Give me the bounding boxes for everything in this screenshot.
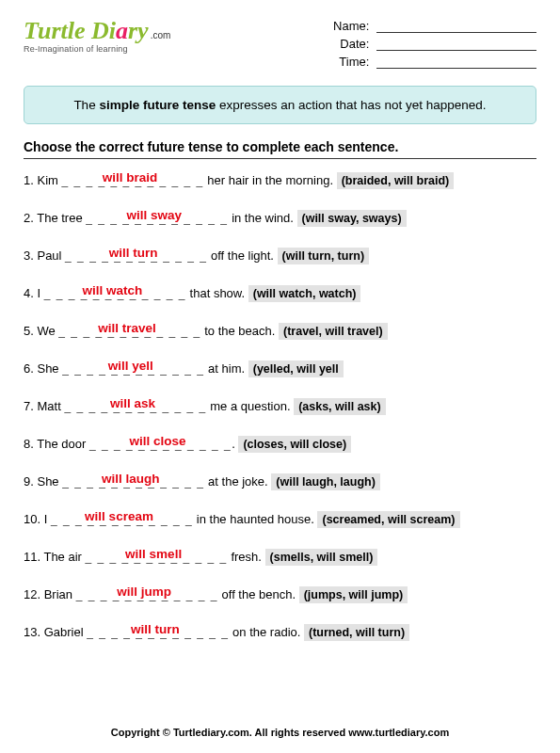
sentence-pre: Matt	[37, 399, 64, 413]
logo-main: Turtle Diary.com	[24, 19, 170, 43]
answer-text: will ask	[110, 396, 155, 410]
choices: (smells, will smell)	[265, 549, 378, 566]
time-label: Time:	[328, 55, 369, 69]
answer-text: will watch	[82, 283, 142, 297]
choices: (will turn, turn)	[278, 248, 369, 264]
answer-blank[interactable]: _ _ _ _ _ _ _ _ _ _ _ _will turn	[65, 249, 207, 263]
answer-text: will laugh	[102, 472, 160, 486]
item-number: 9.	[24, 474, 37, 489]
item-number: 10.	[24, 512, 44, 526]
logo: Turtle Diary.com Re-Imagination of learn…	[24, 19, 170, 54]
answer-text: will travel	[98, 321, 156, 335]
separator	[24, 158, 536, 159]
answer-blank[interactable]: _ _ _ _ _ _ _ _ _ _ _ _will yell	[62, 362, 204, 376]
item-number: 12.	[24, 587, 44, 601]
sentence-post: .	[232, 437, 238, 451]
date-input-line[interactable]	[376, 38, 536, 51]
header: Turtle Diary.com Re-Imagination of learn…	[24, 19, 536, 72]
question-item: 10. I _ _ _ _ _ _ _ _ _ _ _ _will scream…	[24, 511, 536, 528]
sentence-pre: I	[37, 286, 43, 300]
choices: (turned, will turn)	[304, 624, 409, 641]
answer-text: will braid	[103, 170, 158, 184]
sentence-post: on the radio.	[229, 625, 304, 639]
answer-blank[interactable]: _ _ _ _ _ _ _ _ _ _ _ _will travel	[58, 325, 200, 338]
logo-dotcom: .com	[151, 30, 171, 40]
time-field: Time:	[328, 55, 536, 69]
name-label: Name:	[328, 19, 369, 33]
choices: (jumps, will jump)	[299, 586, 408, 603]
sentence-post: in the haunted house.	[193, 512, 317, 526]
question-item: 7. Matt _ _ _ _ _ _ _ _ _ _ _ _will ask …	[24, 398, 536, 415]
name-input-line[interactable]	[376, 20, 536, 33]
sentence-post: at the joke.	[204, 474, 271, 489]
answer-blank[interactable]: _ _ _ _ _ _ _ _ _ _ _ _will sway	[86, 212, 228, 225]
answer-blank[interactable]: _ _ _ _ _ _ _ _ _ _ _ _will turn	[87, 626, 229, 639]
sentence-post: fresh.	[228, 550, 265, 564]
directions: Choose the correct future tense to compl…	[24, 139, 536, 154]
sentence-post: me a question.	[207, 399, 295, 413]
question-item: 4. I _ _ _ _ _ _ _ _ _ _ _ _will watch t…	[24, 285, 536, 302]
answer-text: will yell	[108, 359, 153, 373]
answer-blank[interactable]: _ _ _ _ _ _ _ _ _ _ _ _will laugh	[62, 475, 204, 489]
sentence-post: off the light.	[207, 248, 277, 263]
answer-blank[interactable]: _ _ _ _ _ _ _ _ _ _ _ _will ask	[64, 400, 206, 413]
item-number: 13.	[24, 625, 44, 639]
answer-blank[interactable]: _ _ _ _ _ _ _ _ _ _ _ _will jump	[76, 588, 218, 601]
time-input-line[interactable]	[376, 56, 536, 69]
sentence-pre: The air	[43, 550, 85, 564]
items-list: 1. Kim _ _ _ _ _ _ _ _ _ _ _ _will braid…	[24, 172, 536, 641]
answer-text: will turn	[109, 246, 158, 260]
sentence-post: that show.	[186, 286, 248, 300]
choices: (will watch, watch)	[248, 285, 361, 302]
item-number: 6.	[24, 361, 37, 376]
question-item: 13. Gabriel _ _ _ _ _ _ _ _ _ _ _ _will …	[24, 624, 536, 641]
sentence-pre: She	[37, 474, 62, 489]
choices: (closes, will close)	[238, 436, 351, 453]
logo-tagline: Re-Imagination of learning	[24, 45, 170, 54]
choices: (will sway, sways)	[297, 210, 407, 227]
answer-text: will jump	[117, 585, 171, 599]
answer-blank[interactable]: _ _ _ _ _ _ _ _ _ _ _ _will smell	[86, 551, 228, 564]
meta-fields: Name: Date: Time:	[328, 19, 536, 72]
sentence-pre: I	[44, 512, 51, 526]
sentence-post: to the beach.	[201, 324, 279, 338]
sentence-pre: Paul	[37, 248, 65, 263]
question-item: 3. Paul _ _ _ _ _ _ _ _ _ _ _ _will turn…	[24, 248, 536, 264]
sentence-post: at him.	[204, 361, 248, 376]
sentence-post: in the wind.	[229, 211, 297, 225]
question-item: 12. Brian _ _ _ _ _ _ _ _ _ _ _ _will ju…	[24, 586, 536, 603]
answer-text: will sway	[127, 208, 183, 222]
info-pre: The	[73, 98, 99, 112]
choices: (screamed, will scream)	[317, 511, 459, 528]
date-label: Date:	[328, 37, 369, 51]
question-item: 5. We _ _ _ _ _ _ _ _ _ _ _ _will travel…	[24, 323, 536, 340]
item-number: 2.	[24, 211, 37, 225]
item-number: 8.	[24, 437, 37, 451]
choices: (travel, will travel)	[279, 323, 388, 340]
sentence-post: off the bench.	[218, 587, 299, 601]
sentence-pre: The tree	[37, 211, 86, 225]
question-item: 1. Kim _ _ _ _ _ _ _ _ _ _ _ _will braid…	[24, 172, 536, 189]
sentence-pre: Brian	[44, 587, 76, 601]
question-item: 9. She _ _ _ _ _ _ _ _ _ _ _ _will laugh…	[24, 473, 536, 490]
question-item: 8. The door _ _ _ _ _ _ _ _ _ _ _ _will …	[24, 436, 536, 453]
item-number: 3.	[24, 248, 37, 263]
footer: Copyright © Turtlediary.com. All rights …	[0, 727, 560, 738]
choices: (yelled, will yell	[248, 360, 344, 377]
answer-blank[interactable]: _ _ _ _ _ _ _ _ _ _ _ _will watch	[44, 287, 186, 300]
answer-blank[interactable]: _ _ _ _ _ _ _ _ _ _ _ _will braid	[61, 174, 203, 187]
answer-blank[interactable]: _ _ _ _ _ _ _ _ _ _ _ _will scream	[51, 513, 193, 526]
info-bold: simple future tense	[99, 98, 216, 112]
info-post: expresses an action that has not yet hap…	[216, 98, 486, 112]
sentence-pre: We	[37, 324, 58, 338]
answer-blank[interactable]: _ _ _ _ _ _ _ _ _ _ _ _will close	[89, 438, 232, 451]
sentence-pre: The door	[37, 437, 89, 451]
choices: (asks, will ask)	[294, 398, 386, 415]
question-item: 11. The air _ _ _ _ _ _ _ _ _ _ _ _will …	[24, 549, 536, 566]
date-field: Date:	[328, 37, 536, 51]
item-number: 4.	[24, 286, 37, 300]
answer-text: will close	[129, 434, 185, 448]
answer-text: will smell	[125, 547, 182, 561]
worksheet-page: Turtle Diary.com Re-Imagination of learn…	[0, 0, 560, 699]
sentence-pre: Gabriel	[44, 625, 88, 639]
